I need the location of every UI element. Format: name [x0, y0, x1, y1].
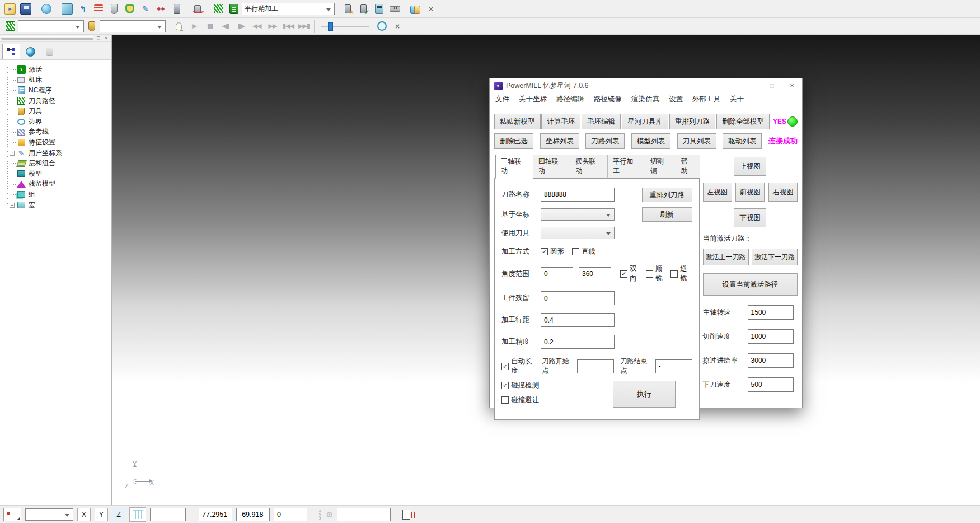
step-forward-button[interactable]: ▮▶: [234, 19, 248, 34]
axis-z-button[interactable]: Z: [112, 508, 125, 521]
rearrange-toolpaths-button[interactable]: 重排列刀路: [669, 114, 716, 129]
sim-toolpath-button[interactable]: [3, 19, 17, 34]
use-tool-select[interactable]: [541, 227, 615, 239]
tab-help[interactable]: 帮助: [676, 155, 700, 179]
model-button[interactable]: [60, 2, 74, 16]
checkbox-icon[interactable]: [646, 270, 653, 278]
strategy-list-button[interactable]: [227, 2, 241, 16]
checkbox-icon[interactable]: [572, 248, 579, 255]
expand-icon[interactable]: [10, 203, 15, 208]
tree-item-activate[interactable]: 激活: [4, 64, 111, 75]
tab-parallel[interactable]: 平行加工: [607, 155, 645, 179]
go-to-end-button[interactable]: ▶▶▮: [297, 19, 311, 34]
play-button[interactable]: ▶: [187, 19, 201, 34]
tree-item-nc-program[interactable]: NC程序: [4, 85, 111, 96]
calculator-button[interactable]: [372, 2, 386, 16]
cursor-mode-button[interactable]: [3, 508, 21, 521]
checkbox-icon[interactable]: [541, 248, 548, 255]
measure-button[interactable]: [387, 2, 402, 16]
calculate-block-button[interactable]: 计算毛坯: [541, 114, 580, 129]
pause-button[interactable]: ▮▮: [203, 19, 217, 34]
refresh-button[interactable]: 刷新: [642, 207, 692, 222]
view-bottom-button[interactable]: 下视图: [734, 208, 766, 227]
tab-recycle-bin[interactable]: [40, 44, 58, 59]
minimize-button[interactable]: –: [742, 78, 762, 93]
coordinate-x-field[interactable]: [199, 508, 232, 521]
checkbox-icon[interactable]: [501, 382, 509, 389]
dialog-titlebar[interactable]: PowerMILL 忆梦星河 7.0.6 – □ ×: [490, 78, 802, 93]
tree-item-models[interactable]: 模型: [4, 169, 111, 179]
conventional-checkbox[interactable]: 逆铣: [670, 264, 692, 283]
checkbox-icon[interactable]: [501, 396, 509, 404]
paste-new-model-button[interactable]: 粘贴新模型: [494, 114, 541, 129]
tree-item-levels-sets[interactable]: 层和组合: [4, 158, 111, 169]
close-pane-button[interactable]: ×: [102, 35, 110, 41]
toolpath-name-input[interactable]: [541, 188, 615, 202]
grid-toggle-button[interactable]: [129, 507, 146, 522]
start-point-input[interactable]: [577, 359, 614, 373]
tree-item-stock-models[interactable]: 残留模型: [4, 179, 111, 190]
clock-button[interactable]: [374, 19, 389, 34]
toolpath-button[interactable]: [211, 2, 226, 16]
view-right-button[interactable]: 右视图: [768, 183, 798, 202]
tab-head-tilt[interactable]: 摆头联动: [570, 155, 608, 179]
close-button[interactable]: ×: [782, 78, 802, 93]
sim-tool-select[interactable]: [100, 20, 166, 32]
delete-all-models-button[interactable]: 删除全部模型: [716, 114, 770, 129]
pattern-button[interactable]: [138, 2, 153, 16]
execute-button[interactable]: 执行: [613, 381, 676, 408]
open-project-button[interactable]: [3, 2, 17, 16]
menu-external-tools[interactable]: 外部工具: [692, 95, 720, 104]
circle-checkbox[interactable]: 圆形: [541, 247, 564, 256]
rearrange-button[interactable]: 重排列刀路: [642, 188, 692, 202]
block-button[interactable]: [39, 2, 54, 16]
tool-button[interactable]: [107, 2, 121, 16]
tree-item-groups[interactable]: 组: [4, 189, 111, 200]
tree-item-workplanes[interactable]: 用户坐标系: [4, 148, 111, 158]
boundary-button[interactable]: [123, 2, 137, 16]
bidirectional-checkbox[interactable]: 双向: [620, 264, 641, 283]
axis-x-button[interactable]: X: [77, 508, 91, 521]
page-info-icon[interactable]: [402, 510, 410, 520]
collision-avoid-checkbox[interactable]: 碰撞避让: [501, 395, 539, 405]
coordinate-list-button[interactable]: 坐标列表: [540, 133, 579, 149]
stepover-input[interactable]: [541, 313, 615, 327]
tree-item-machine[interactable]: 机床: [4, 75, 111, 86]
tree-item-macros[interactable]: 宏: [4, 200, 111, 211]
nc-program-button[interactable]: [91, 2, 106, 16]
strategy-select[interactable]: 平行精加工: [242, 3, 335, 15]
expand-icon[interactable]: [10, 151, 15, 156]
slider-handle[interactable]: [328, 22, 333, 31]
skim-feed-input[interactable]: [748, 353, 794, 368]
checkbox-icon[interactable]: [501, 363, 509, 370]
rapid-move-button[interactable]: [76, 2, 90, 16]
tree-item-toolpaths[interactable]: 刀具路径: [4, 96, 111, 106]
stock-allowance-input[interactable]: [541, 291, 615, 305]
view-left-button[interactable]: 左视图: [703, 183, 732, 202]
checkbox-icon[interactable]: [620, 270, 627, 278]
view-front-button[interactable]: 前视图: [735, 183, 765, 202]
delete-selected-button[interactable]: 删除已选: [494, 133, 533, 149]
step-back-button[interactable]: ◀▮: [218, 19, 233, 34]
cutting-feed-input[interactable]: [748, 329, 794, 344]
view-top-button[interactable]: 上视图: [734, 157, 766, 176]
angle-from-input[interactable]: [541, 267, 573, 281]
toolpath-verify-button[interactable]: [340, 2, 355, 16]
statusbar-select[interactable]: [25, 508, 73, 521]
tab-saw[interactable]: 切割锯: [645, 155, 676, 179]
menu-coordinates[interactable]: 关于坐标: [519, 95, 547, 104]
checkbox-icon[interactable]: [670, 270, 678, 278]
tree-item-patterns[interactable]: 参考线: [4, 127, 111, 138]
tab-explorer-tree[interactable]: [2, 44, 20, 59]
save-project-button[interactable]: [18, 2, 33, 16]
spindle-speed-input[interactable]: [748, 305, 794, 320]
tab-3axis[interactable]: 三轴联动: [495, 155, 533, 179]
locate-icon[interactable]: ⊕: [326, 510, 334, 520]
close-toolbar-button[interactable]: [424, 2, 438, 16]
plunge-feed-input[interactable]: [748, 377, 794, 392]
collision-check-checkbox[interactable]: 碰撞检测: [501, 381, 539, 390]
tab-4axis[interactable]: 四轴联动: [533, 155, 571, 179]
climb-checkbox[interactable]: 顺铣: [646, 264, 667, 283]
menu-render-sim[interactable]: 渲染仿真: [631, 95, 659, 104]
end-point-input[interactable]: [655, 359, 692, 373]
